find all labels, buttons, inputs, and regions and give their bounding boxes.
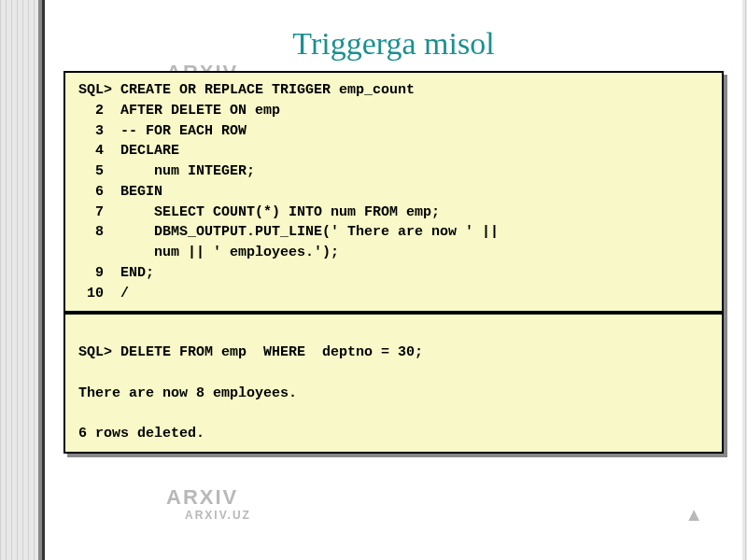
code-block-delete-result: SQL> DELETE FROM emp WHERE deptno = 30; … — [63, 313, 724, 454]
page-background: ARXIV ARXIV.UZ ARXIV ARXIV.UZ ARXIV ARXI… — [0, 0, 747, 560]
code-block-create-trigger: SQL> CREATE OR REPLACE TRIGGER emp_count… — [63, 71, 724, 313]
watermark-text: ARXIV.UZ — [185, 509, 251, 522]
watermark-icon: ▲ — [684, 504, 705, 525]
watermark-icon: ARXIV — [166, 485, 238, 510]
page-title: Triggerga misol — [45, 0, 742, 71]
content-frame: ARXIV ARXIV.UZ ARXIV ARXIV.UZ ARXIV ARXI… — [42, 0, 742, 560]
